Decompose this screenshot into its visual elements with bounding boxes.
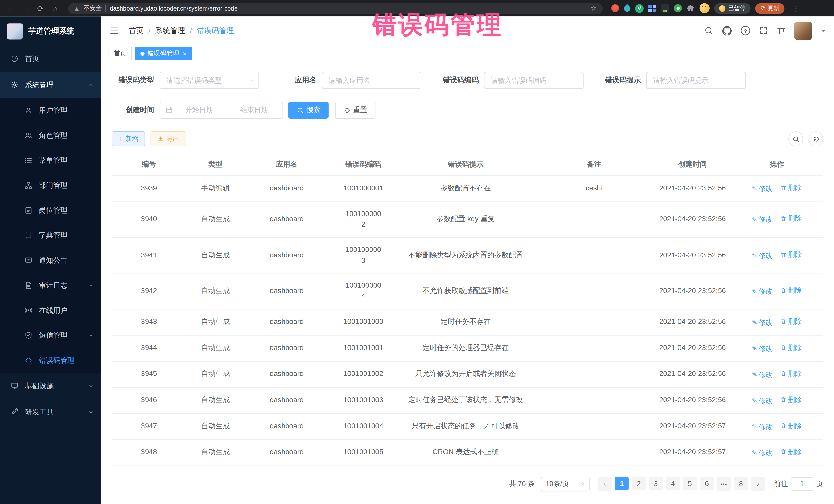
reload-icon[interactable]: ⟳ — [34, 4, 47, 13]
help-icon[interactable]: ? — [741, 26, 750, 35]
toggle-search-icon[interactable] — [788, 131, 803, 146]
app-logo[interactable]: 芋道管理系统 — [0, 17, 101, 46]
page-button-5[interactable]: 5 — [683, 477, 697, 490]
edit-link[interactable]: ✎修改 — [752, 286, 773, 297]
sidebar-item-audit-log[interactable]: 审计日志 — [0, 273, 101, 298]
date-range-picker[interactable]: 开始日期 - 结束日期 — [160, 102, 283, 118]
delete-link[interactable]: 删除 — [780, 214, 802, 224]
breadcrumb-item[interactable]: 系统管理 — [155, 26, 185, 36]
breadcrumb-item[interactable]: 首页 — [129, 26, 144, 36]
sidebar-item-system-management[interactable]: 系统管理 — [0, 72, 101, 98]
prev-page-button[interactable]: ‹ — [598, 477, 612, 491]
grid-extension-icon[interactable] — [649, 5, 656, 12]
github-icon[interactable] — [722, 26, 732, 36]
chevron-down-icon[interactable] — [821, 29, 826, 34]
sidebar-item-home[interactable]: 首页 — [0, 46, 101, 72]
delete-link[interactable]: 删除 — [780, 285, 802, 295]
sidebar-item-online-users[interactable]: 在线用户 — [0, 298, 101, 323]
sidebar-item-label: 用户管理 — [39, 106, 67, 115]
sidebar-item-dict-management[interactable]: 字典管理 — [0, 223, 101, 248]
search-button[interactable]: 搜索 — [288, 102, 329, 118]
delete-link[interactable]: 删除 — [780, 342, 802, 353]
tab-close-icon[interactable]: × — [183, 50, 187, 57]
edit-link[interactable]: ✎修改 — [752, 317, 773, 327]
url-text[interactable]: dashboard.yudao.iocoder.cn/system/error-… — [110, 5, 587, 12]
page-more-button[interactable]: ••• — [717, 477, 731, 491]
error-message-input[interactable] — [646, 72, 746, 89]
delete-link[interactable]: 删除 — [780, 249, 802, 260]
url-bar[interactable]: ▲ 不安全 dashboard.yudao.iocoder.cn/system/… — [68, 2, 602, 14]
next-page-button[interactable]: › — [751, 477, 765, 491]
page-button-6[interactable]: 6 — [700, 477, 714, 490]
hamburger-icon[interactable] — [110, 26, 119, 36]
delete-link[interactable]: 删除 — [780, 368, 802, 378]
tab-home[interactable]: 首页 — [109, 47, 132, 60]
update-button[interactable]: ⟳ 更新 — [755, 3, 785, 13]
switch-extension-icon[interactable]: on — [660, 4, 669, 13]
back-icon[interactable]: ← — [4, 4, 17, 13]
sidebar-item-role-management[interactable]: 角色管理 — [0, 123, 101, 148]
start-date-placeholder[interactable]: 开始日期 — [176, 105, 222, 115]
cell-app: dashboard — [245, 201, 328, 237]
v-extension-icon[interactable]: V — [635, 4, 643, 13]
puzzle-icon[interactable] — [687, 4, 695, 12]
delete-link[interactable]: 删除 — [780, 182, 802, 193]
sidebar-item-label: 基础设施 — [25, 381, 53, 391]
edit-link[interactable]: ✎修改 — [752, 422, 773, 432]
home-icon[interactable]: ⌂ — [49, 4, 62, 13]
cell-actions: ✎修改删除 — [730, 413, 824, 439]
fullscreen-icon[interactable] — [759, 26, 768, 35]
edit-link[interactable]: ✎修改 — [752, 395, 773, 406]
page-size-select[interactable]: 10条/页 — [541, 476, 590, 491]
sidebar-item-infrastructure[interactable]: 基础设施 — [0, 373, 101, 399]
browser-profile-avatar[interactable] — [700, 3, 709, 13]
red-circle-extension-icon[interactable] — [611, 4, 619, 12]
sidebar-item-error-code-management[interactable]: 错误码管理 — [0, 348, 101, 373]
delete-link[interactable]: 删除 — [780, 446, 802, 457]
paused-badge[interactable]: 已暂停 — [715, 3, 751, 13]
page-button-2[interactable]: 2 — [632, 477, 646, 490]
reset-button[interactable]: 重置 — [335, 102, 376, 118]
app-name-input[interactable] — [322, 72, 421, 89]
goto-page-input[interactable] — [791, 477, 813, 491]
edit-link[interactable]: ✎修改 — [752, 343, 773, 354]
search-icon[interactable] — [704, 26, 714, 35]
drop-extension-icon[interactable] — [624, 5, 630, 12]
edit-link[interactable]: ✎修改 — [752, 369, 773, 379]
forward-icon[interactable]: → — [19, 4, 32, 13]
add-button[interactable]: + 新增 — [112, 131, 145, 146]
edit-link[interactable]: ✎修改 — [752, 250, 773, 261]
font-size-icon[interactable]: TT — [777, 27, 785, 35]
export-button[interactable]: 导出 — [151, 131, 186, 146]
calendar-icon — [166, 107, 173, 114]
page-button-3[interactable]: 3 — [649, 477, 663, 490]
page-button-4[interactable]: 4 — [666, 477, 680, 490]
error-code-input[interactable] — [484, 72, 584, 89]
edit-link[interactable]: ✎修改 — [752, 215, 773, 225]
bookmark-star-icon[interactable]: ☆ — [591, 4, 597, 12]
page-button-8[interactable]: 8 — [734, 477, 748, 490]
end-date-placeholder[interactable]: 结束日期 — [231, 105, 277, 115]
tab-error-code[interactable]: 错误码管理× — [135, 47, 192, 60]
sidebar-item-user-management[interactable]: 用户管理 — [0, 98, 101, 123]
table-row: 3948自动生成dashboard1001001005CRON 表达式不正确20… — [112, 439, 823, 465]
user-avatar[interactable] — [794, 22, 812, 40]
delete-link[interactable]: 删除 — [780, 316, 802, 326]
sidebar-item-post-management[interactable]: 岗位管理 — [0, 198, 101, 223]
refresh-icon[interactable] — [809, 131, 824, 146]
error-type-select[interactable] — [160, 72, 259, 89]
delete-link[interactable]: 删除 — [780, 420, 802, 431]
edit-link[interactable]: ✎修改 — [752, 447, 773, 458]
sidebar-item-notice[interactable]: 通知公告 — [0, 248, 101, 273]
sidebar-item-dev-tools[interactable]: 研发工具 — [0, 399, 101, 425]
delete-link[interactable]: 删除 — [780, 394, 802, 405]
edit-icon: ✎ — [752, 251, 757, 260]
edit-link[interactable]: ✎修改 — [752, 183, 773, 194]
cell-time: 2021-04-20 23:52:57 — [655, 413, 730, 439]
page-button-1[interactable]: 1 — [615, 477, 629, 490]
green-extension-icon[interactable] — [674, 4, 682, 12]
sidebar-item-dept-management[interactable]: 部门管理 — [0, 173, 101, 198]
browser-menu-icon[interactable]: ⋮ — [789, 4, 802, 13]
sidebar-item-menu-management[interactable]: 菜单管理 — [0, 148, 101, 173]
sidebar-item-sms-management[interactable]: 短信管理 — [0, 323, 101, 348]
